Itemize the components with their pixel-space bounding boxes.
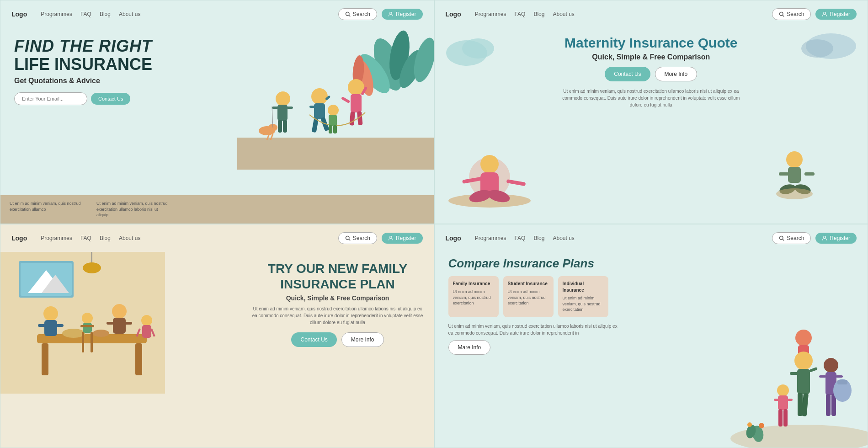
- more-info-button-p3[interactable]: More Info: [341, 332, 384, 347]
- subtitle-p1: Get Quotations & Advice: [14, 77, 152, 85]
- svg-rect-77: [44, 320, 57, 336]
- nav-faq-p1[interactable]: FAQ: [80, 11, 91, 17]
- title-p4: Compare Insurance Plans: [448, 256, 677, 271]
- panel-body-p4: Compare Insurance Plans Family Insurance…: [435, 252, 868, 448]
- search-button-p1[interactable]: Search: [338, 8, 377, 20]
- svg-rect-118: [783, 409, 788, 427]
- svg-point-75: [93, 330, 109, 337]
- search-label-p1: Search: [353, 11, 370, 17]
- svg-rect-25: [329, 125, 332, 133]
- panel-life-insurance: Logo Programmes FAQ Blog About us Search…: [0, 0, 434, 224]
- svg-rect-79: [56, 324, 64, 327]
- card-family-p4: Family Insurance Ut enim ad minim veniam…: [448, 276, 499, 317]
- contact-button-p1[interactable]: Contact Us: [91, 93, 130, 105]
- search-button-p4[interactable]: Search: [772, 232, 811, 244]
- clouds-p2: [439, 32, 503, 69]
- subtitle-p2: Quick, Simple & Free Comparison: [514, 53, 788, 61]
- nav-aboutus-p2[interactable]: About us: [553, 11, 574, 17]
- hero-actions-p1: Contact Us: [14, 92, 152, 105]
- svg-rect-51: [506, 179, 526, 186]
- footer-col1-p1: Ut enim ad minim veniam, quis nostrud ex…: [10, 201, 83, 218]
- svg-rect-114: [778, 395, 788, 410]
- svg-point-113: [777, 384, 789, 396]
- svg-rect-83: [125, 322, 132, 325]
- svg-rect-57: [804, 172, 815, 176]
- svg-rect-85: [142, 325, 151, 338]
- svg-point-45: [801, 39, 833, 58]
- nav-aboutus-p1[interactable]: About us: [119, 11, 140, 17]
- nav-aboutus-p3[interactable]: About us: [119, 235, 140, 241]
- user-icon-p3: [388, 235, 394, 241]
- card-individual-p4: Individual Insurance Ut enim ad minim ve…: [558, 276, 608, 317]
- panel-family-insurance: Logo Programmes FAQ Blog About us Search…: [0, 224, 434, 448]
- nav-links-panel-1: Programmes FAQ Blog About us: [41, 11, 329, 17]
- register-label-p4: Register: [830, 235, 850, 241]
- logo-panel-3: Logo: [11, 235, 27, 242]
- nav-blog-p1[interactable]: Blog: [100, 11, 111, 17]
- nav-blog-p3[interactable]: Blog: [100, 235, 111, 241]
- nav-panel-1: Logo Programmes FAQ Blog About us Search…: [0, 0, 434, 28]
- svg-rect-31: [278, 120, 282, 133]
- card-title-family: Family Insurance: [453, 281, 494, 287]
- register-label-p3: Register: [396, 235, 416, 241]
- contact-button-p3[interactable]: Contact Us: [291, 332, 336, 347]
- svg-rect-18: [351, 94, 362, 112]
- panel-body-p3: Try Our New Family Insurance Plan Quick,…: [0, 252, 434, 448]
- svg-rect-112: [837, 380, 847, 384]
- svg-rect-78: [38, 324, 45, 327]
- svg-rect-91: [82, 332, 84, 352]
- svg-point-99: [794, 352, 813, 370]
- nav-blog-p2[interactable]: Blog: [533, 11, 544, 17]
- svg-point-80: [112, 304, 127, 319]
- svg-point-48: [480, 155, 499, 173]
- nav-actions-p3: Search Register: [338, 232, 423, 244]
- svg-rect-102: [809, 367, 818, 373]
- svg-rect-92: [91, 332, 93, 352]
- nav-aboutus-p4[interactable]: About us: [553, 235, 574, 241]
- email-input-p1[interactable]: [14, 92, 87, 105]
- svg-point-97: [795, 330, 812, 346]
- search-label-p4: Search: [787, 235, 804, 241]
- illustration-child-p2: [762, 123, 831, 214]
- svg-point-43: [462, 38, 494, 59]
- nav-programmes-p4[interactable]: Programmes: [475, 235, 506, 241]
- svg-rect-82: [107, 322, 114, 325]
- search-button-p3[interactable]: Search: [338, 232, 377, 244]
- contact-button-p2[interactable]: Contact Us: [605, 67, 650, 81]
- more-info-button-p4[interactable]: Mare Info: [448, 340, 491, 355]
- nav-programmes-p3[interactable]: Programmes: [41, 235, 72, 241]
- title-p3: Try Our New Family Insurance Plan: [251, 261, 425, 292]
- nav-blog-p4[interactable]: Blog: [533, 235, 544, 241]
- clouds-right-p2: [794, 30, 863, 62]
- nav-faq-p2[interactable]: FAQ: [514, 11, 525, 17]
- panel-compare-insurance: Logo Programmes FAQ Blog About us Search…: [434, 224, 868, 448]
- svg-rect-81: [113, 318, 126, 334]
- register-button-p4[interactable]: Register: [815, 233, 857, 244]
- svg-rect-90: [80, 325, 94, 327]
- search-button-p2[interactable]: Search: [772, 8, 811, 20]
- svg-point-93: [780, 236, 783, 240]
- register-button-p3[interactable]: Register: [382, 233, 423, 244]
- nav-faq-p4[interactable]: FAQ: [514, 235, 525, 241]
- svg-point-122: [747, 422, 752, 427]
- nav-programmes-p2[interactable]: Programmes: [475, 11, 506, 17]
- svg-point-39: [780, 12, 783, 16]
- logo-panel-4: Logo: [446, 235, 461, 242]
- nav-faq-p3[interactable]: FAQ: [80, 235, 91, 241]
- nav-actions-p1: Search Register: [338, 8, 423, 20]
- svg-rect-107: [819, 375, 826, 378]
- more-info-button-p2[interactable]: More Info: [655, 67, 698, 81]
- nav-programmes-p1[interactable]: Programmes: [41, 11, 72, 17]
- logo-panel-1: Logo: [11, 11, 27, 18]
- register-button-p1[interactable]: Register: [382, 9, 423, 20]
- user-icon-p4: [822, 235, 827, 241]
- svg-rect-19: [341, 96, 350, 103]
- svg-point-27: [276, 91, 290, 106]
- svg-rect-73: [135, 343, 142, 375]
- register-button-p2[interactable]: Register: [815, 9, 857, 20]
- svg-rect-56: [779, 172, 789, 176]
- hero-text-p4: Compare Insurance Plans Family Insurance…: [448, 256, 677, 355]
- svg-point-61: [346, 236, 349, 240]
- svg-point-76: [43, 306, 58, 321]
- nav-panel-3: Logo Programmes FAQ Blog About us Search…: [0, 224, 434, 252]
